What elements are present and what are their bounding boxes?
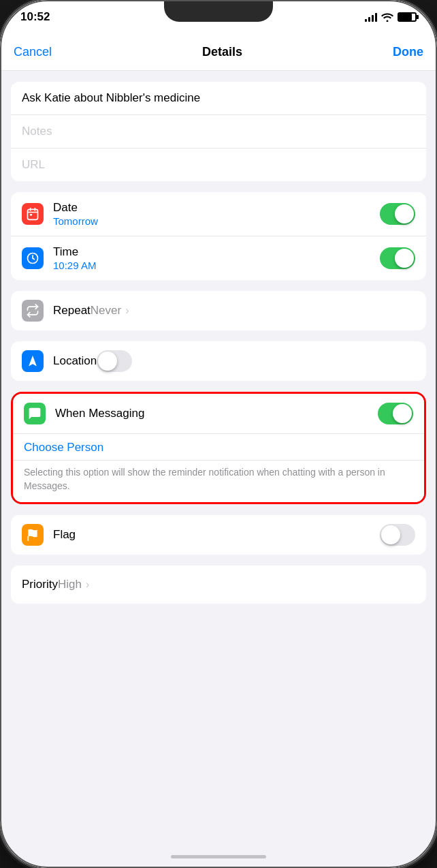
when-messaging-toggle[interactable]	[378, 403, 413, 424]
notes-field[interactable]: Notes	[11, 115, 426, 149]
when-messaging-label: When Messaging	[55, 407, 144, 420]
date-icon	[22, 203, 44, 225]
flag-card: Flag	[11, 515, 426, 555]
page-title: Details	[202, 45, 242, 59]
date-row[interactable]: Date Tomorrow	[11, 192, 426, 236]
screen: 10:52 Cancel Det	[0, 0, 437, 868]
scroll-content: Ask Katie about Nibbler's medicine Notes…	[0, 71, 437, 845]
reminder-title[interactable]: Ask Katie about Nibbler's medicine	[11, 82, 426, 115]
datetime-card: Date Tomorrow	[11, 192, 426, 280]
arrow-icon	[26, 354, 39, 368]
clock-icon	[26, 251, 39, 265]
priority-card: Priority High ›	[11, 565, 426, 604]
when-messaging-row[interactable]: When Messaging	[13, 394, 424, 433]
flag-toggle[interactable]	[380, 524, 415, 546]
signal-bar-1	[365, 19, 367, 22]
messaging-description: Selecting this option will show the remi…	[13, 461, 424, 502]
time-value: 10:29 AM	[53, 260, 380, 271]
repeat-chevron-icon: ›	[125, 305, 129, 317]
location-label: Location	[53, 354, 97, 368]
battery-fill	[399, 14, 412, 20]
repeat-row[interactable]: Repeat Never ›	[11, 291, 426, 330]
battery-icon	[398, 12, 417, 22]
wifi-icon	[381, 12, 393, 22]
notch	[164, 0, 273, 22]
priority-chevron-icon: ›	[86, 578, 89, 591]
phone-frame: 10:52 Cancel Det	[0, 0, 437, 868]
time-icon	[22, 247, 44, 269]
url-field[interactable]: URL	[11, 149, 426, 181]
time-text: Time 10:29 AM	[53, 245, 380, 271]
date-text: Date Tomorrow	[53, 201, 380, 227]
location-card: Location	[11, 341, 426, 381]
repeat-value: Never	[91, 304, 121, 317]
svg-line-7	[33, 258, 35, 260]
time-row[interactable]: Time 10:29 AM	[11, 236, 426, 280]
signal-bar-2	[368, 17, 370, 22]
choose-person-button[interactable]: Choose Person	[13, 434, 424, 460]
date-toggle[interactable]	[380, 203, 415, 225]
repeat-arrows-icon	[26, 304, 39, 317]
time-label: Time	[53, 245, 380, 259]
home-indicator	[0, 845, 437, 868]
when-messaging-card: When Messaging Choose Person Selecting t…	[11, 392, 426, 504]
when-messaging-toggle-knob	[393, 404, 412, 423]
signal-icon	[365, 12, 377, 22]
time-toggle[interactable]	[380, 247, 415, 269]
messaging-icon	[24, 403, 46, 424]
nav-bar: Cancel Details Done	[0, 34, 437, 71]
flag-toggle-knob	[381, 525, 400, 544]
text-card: Ask Katie about Nibbler's medicine Notes…	[11, 82, 426, 181]
time-toggle-knob	[395, 249, 414, 268]
cancel-button[interactable]: Cancel	[14, 45, 52, 59]
location-icon	[22, 350, 44, 372]
priority-label: Priority	[22, 578, 58, 591]
priority-right: High ›	[58, 578, 89, 591]
repeat-label: Repeat	[53, 304, 91, 317]
calendar-icon	[26, 207, 39, 221]
flag-icon	[22, 524, 44, 546]
repeat-icon	[22, 300, 44, 322]
status-time: 10:52	[20, 10, 50, 24]
svg-rect-0	[28, 209, 38, 219]
flag-symbol-icon	[26, 528, 39, 542]
message-bubble-icon	[28, 407, 42, 420]
flag-row[interactable]: Flag	[11, 515, 426, 555]
flag-label: Flag	[53, 528, 76, 542]
done-button[interactable]: Done	[393, 45, 423, 59]
signal-bar-3	[372, 15, 374, 22]
repeat-right: Never ›	[91, 304, 129, 317]
status-icons	[365, 12, 417, 22]
location-row[interactable]: Location	[11, 341, 426, 381]
repeat-card: Repeat Never ›	[11, 291, 426, 330]
priority-value: High	[58, 578, 82, 591]
svg-rect-4	[30, 214, 32, 216]
date-label: Date	[53, 201, 380, 215]
signal-bar-4	[375, 13, 377, 22]
date-value: Tomorrow	[53, 215, 380, 227]
priority-row[interactable]: Priority High ›	[11, 565, 426, 604]
location-toggle-knob	[98, 352, 117, 371]
home-bar	[171, 855, 266, 858]
date-toggle-knob	[395, 204, 414, 223]
location-toggle[interactable]	[97, 350, 132, 372]
